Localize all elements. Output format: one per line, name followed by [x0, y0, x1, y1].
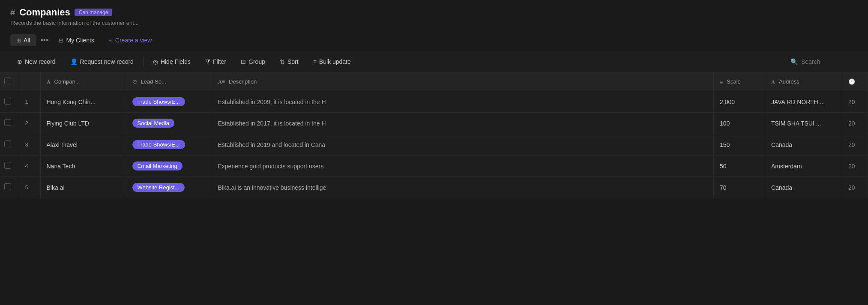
lead-source-tag: Trade Shows/E...: [132, 97, 185, 106]
lead-source-tag: Trade Shows/E...: [132, 140, 185, 149]
create-view-label: Create a view: [115, 37, 152, 44]
list-icon: ≡: [313, 58, 317, 65]
row-extra: 20: [842, 134, 868, 155]
row-description: Established in 2017, it is located in th…: [212, 113, 714, 134]
row-company[interactable]: Bika.ai: [40, 177, 126, 198]
row-lead-source[interactable]: Email Marketing: [126, 155, 212, 177]
tab-my-clients-label: My Clients: [66, 37, 94, 44]
filter-label: Filter: [213, 58, 226, 65]
row-select-checkbox[interactable]: [4, 141, 11, 147]
row-company[interactable]: Nana Tech: [40, 155, 126, 177]
th-lead-source[interactable]: ⊙ Lead So...: [126, 72, 212, 91]
row-description: Established in 2009, it is located in th…: [212, 91, 714, 113]
new-record-label: New record: [25, 58, 56, 65]
new-record-button[interactable]: ⊕ New record: [10, 55, 63, 69]
number-col-icon: #: [720, 78, 723, 85]
person-icon: 👤: [70, 58, 78, 65]
create-view-button[interactable]: ＋ Create a view: [102, 34, 157, 47]
row-lead-source[interactable]: Trade Shows/E...: [126, 134, 212, 155]
row-select-checkbox[interactable]: [4, 183, 11, 190]
hide-fields-label: Hide Fields: [161, 58, 191, 65]
row-select-checkbox[interactable]: [4, 119, 11, 126]
row-number: 3: [19, 134, 40, 155]
row-company[interactable]: Hong Kong Chin...: [40, 91, 126, 113]
more-views-button[interactable]: •••: [38, 34, 51, 47]
table-row: 1 Hong Kong Chin... Trade Shows/E... Est…: [0, 91, 868, 113]
request-record-button[interactable]: 👤 Request new record: [63, 55, 141, 69]
th-description[interactable]: 𝐀≡ Description: [212, 72, 714, 91]
row-checkbox[interactable]: [0, 177, 19, 198]
group-button[interactable]: ⊡ Group: [234, 55, 272, 69]
text-col-icon: 𝐀: [47, 78, 51, 85]
lead-source-tag: Social Media: [132, 119, 174, 128]
row-checkbox[interactable]: [0, 91, 19, 113]
row-company[interactable]: Flying Club LTD: [40, 113, 126, 134]
row-lead-source[interactable]: Social Media: [126, 113, 212, 134]
row-company[interactable]: Alaxi Travel: [40, 134, 126, 155]
select-all-checkbox[interactable]: [4, 78, 11, 84]
th-extra[interactable]: 🕐: [842, 72, 868, 91]
row-description: Experience gold products support users: [212, 155, 714, 177]
tab-my-clients[interactable]: ⊞ My Clients: [53, 34, 100, 46]
page-header: # Companies Can manage Records the basic…: [0, 0, 868, 30]
hide-fields-button[interactable]: ◎ Hide Fields: [146, 55, 198, 69]
table-icon: ⊞: [16, 37, 21, 44]
divider-1: [143, 57, 144, 67]
page-subtitle: Records the basic information of the cus…: [11, 20, 858, 26]
tab-all[interactable]: ⊞ All: [10, 34, 36, 46]
row-lead-source[interactable]: Trade Shows/E...: [126, 91, 212, 113]
bulk-update-button[interactable]: ≡ Bulk update: [306, 55, 358, 69]
row-number: 4: [19, 155, 40, 177]
row-address: TSIM SHA TSUI ...: [765, 113, 842, 134]
row-address: Canada: [765, 177, 842, 198]
th-checkbox[interactable]: [0, 72, 19, 91]
row-extra: 20: [842, 91, 868, 113]
permission-badge: Can manage: [75, 9, 113, 16]
longtext-col-icon: 𝐀≡: [218, 78, 225, 85]
row-scale: 50: [714, 155, 765, 177]
group-icon: ⊡: [241, 58, 246, 65]
th-lead-source-label: Lead So...: [141, 78, 166, 85]
row-number: 1: [19, 91, 40, 113]
th-rownum: [19, 72, 40, 91]
row-select-checkbox[interactable]: [4, 98, 11, 105]
row-address: Canada: [765, 134, 842, 155]
table-row: 4 Nana Tech Email Marketing Experience g…: [0, 155, 868, 177]
search-icon: 🔍: [790, 58, 798, 65]
request-record-label: Request new record: [80, 58, 134, 65]
select-col-icon: ⊙: [132, 78, 137, 85]
filter-icon: ⧩: [205, 58, 210, 65]
table-row: 5 Bika.ai Website Regist... Bika.ai is a…: [0, 177, 868, 198]
row-select-checkbox[interactable]: [4, 162, 11, 169]
row-checkbox[interactable]: [0, 155, 19, 177]
eye-icon: ◎: [153, 58, 158, 65]
table-header-row: 𝐀 Compan... ⊙ Lead So... 𝐀≡ Description: [0, 72, 868, 91]
row-extra: 20: [842, 155, 868, 177]
row-description: Bika.ai is an innovative business intell…: [212, 177, 714, 198]
filter-button[interactable]: ⧩ Filter: [198, 54, 233, 69]
row-lead-source[interactable]: Website Regist...: [126, 177, 212, 198]
table-icon-2: ⊞: [59, 37, 63, 44]
bulk-update-label: Bulk update: [319, 58, 351, 65]
th-scale-label: Scale: [727, 78, 741, 85]
table-row: 2 Flying Club LTD Social Media Establish…: [0, 113, 868, 134]
data-table: 𝐀 Compan... ⊙ Lead So... 𝐀≡ Description: [0, 72, 868, 198]
th-address[interactable]: 𝐀 Address: [765, 72, 842, 91]
th-company[interactable]: 𝐀 Compan...: [40, 72, 126, 91]
row-checkbox[interactable]: [0, 134, 19, 155]
row-scale: 70: [714, 177, 765, 198]
row-scale: 2,000: [714, 91, 765, 113]
row-extra: 20: [842, 113, 868, 134]
row-scale: 150: [714, 134, 765, 155]
search-input[interactable]: [801, 58, 853, 65]
row-extra: 20: [842, 177, 868, 198]
lead-source-tag: Email Marketing: [132, 161, 183, 170]
row-checkbox[interactable]: [0, 113, 19, 134]
address-col-icon: 𝐀: [771, 78, 775, 85]
th-scale[interactable]: # Scale: [714, 72, 765, 91]
page-title: Companies: [19, 7, 70, 18]
search-area: 🔍: [785, 55, 858, 69]
table-row: 3 Alaxi Travel Trade Shows/E... Establis…: [0, 134, 868, 155]
sort-button[interactable]: ⇅ Sort: [273, 55, 305, 69]
th-description-label: Description: [229, 78, 257, 85]
